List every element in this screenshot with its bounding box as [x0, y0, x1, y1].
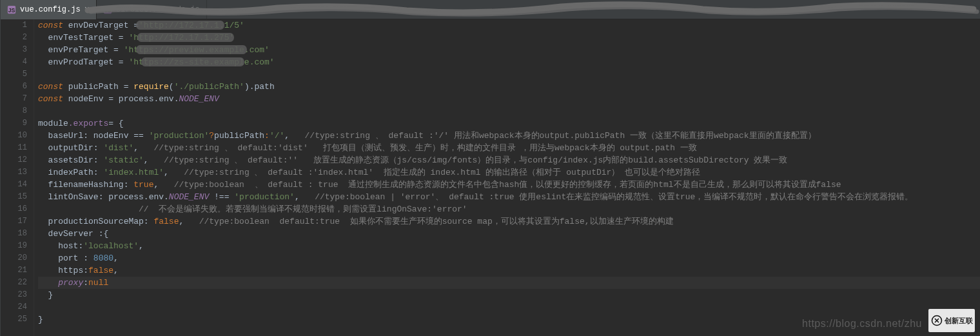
code-line: filenameHashing: true, //type:boolean 、 … [38, 179, 980, 191]
line-number: 24 [1, 301, 27, 313]
redaction-scribble [84, 0, 980, 19]
line-number: 19 [1, 240, 27, 252]
code-line: lintOnSave: process.env.NODE_ENV !== 'pr… [38, 191, 980, 203]
line-number: 9 [1, 117, 27, 130]
line-number: 20 [1, 252, 27, 264]
line-number: 14 [1, 179, 27, 191]
code-line: envPreTarget = 'https://preview.example.… [38, 44, 980, 56]
line-number: 18 [1, 228, 27, 240]
code-line: baseUrl: nodeEnv == 'production'?publicP… [38, 130, 980, 142]
js-file-icon: JS [103, 5, 112, 14]
code-line: assetsDir: 'static', //type:string 、 def… [38, 154, 980, 166]
line-number: 13 [1, 166, 27, 179]
code-line: indexPath: 'index.html', //type:string 、… [38, 166, 980, 179]
line-number: 16 [1, 203, 27, 215]
line-number: 12 [1, 154, 27, 166]
line-number: 22 [1, 277, 27, 289]
line-number: 2 [1, 32, 27, 44]
tab-bar: JS vue.config.js × JS circleOfFriends.js [1, 0, 980, 19]
code-line [38, 301, 980, 313]
code-line: https:false, [38, 264, 980, 277]
code-line [38, 105, 980, 117]
editor-window: JS vue.config.js × JS circleOfFriends.js… [0, 0, 980, 336]
line-number: 23 [1, 289, 27, 301]
code-line-current: proxy:null [38, 277, 980, 289]
tab-vue-config[interactable]: JS vue.config.js × [1, 0, 97, 19]
line-number: 1 [1, 19, 27, 32]
code-content[interactable]: const envDevTarget ='http://172.17.1.1/5… [34, 19, 980, 336]
code-editor[interactable]: 1 2 3 4 5 6 7 8 9 10 11 12 13 14 15 16 1… [1, 19, 980, 336]
code-line: productionSourceMap: false, //type:boole… [38, 215, 980, 228]
js-file-icon: JS [7, 5, 16, 14]
logo-text: 创新互联 [945, 316, 973, 326]
line-number: 11 [1, 142, 27, 154]
svg-text:JS: JS [8, 6, 15, 13]
line-number: 3 [1, 44, 27, 56]
code-line: } [38, 289, 980, 301]
logo-icon [931, 315, 943, 326]
code-line [38, 68, 980, 81]
line-number: 7 [1, 93, 27, 105]
line-number: 6 [1, 81, 27, 93]
svg-text:JS: JS [104, 6, 112, 13]
code-line: const publicPath = require('./publicPath… [38, 81, 980, 93]
line-number: 10 [1, 130, 27, 142]
line-gutter: 1 2 3 4 5 6 7 8 9 10 11 12 13 14 15 16 1… [1, 19, 34, 336]
code-line: envTestTarget = 'http://172.17.1.275' [38, 32, 980, 44]
code-line: // 不会是编译失败。若要强制当编译不规范时报错，则需设置lingOnSave:… [38, 203, 980, 215]
line-number: 8 [1, 105, 27, 117]
code-line: envProdTarget = 'https://zs-site.example… [38, 56, 980, 68]
close-icon[interactable]: × [84, 5, 90, 15]
line-number: 17 [1, 215, 27, 228]
line-number: 4 [1, 56, 27, 68]
line-number: 25 [1, 313, 27, 326]
code-line: devServer :{ [38, 228, 980, 240]
code-line: host:'localhost', [38, 240, 980, 252]
code-line: const nodeEnv = process.env.NODE_ENV [38, 93, 980, 105]
code-line: const envDevTarget ='http://172.17.1.1/5… [38, 19, 980, 32]
line-number: 15 [1, 191, 27, 203]
code-line: port : 8080, [38, 252, 980, 264]
tab-label: circleOfFriends.js [116, 5, 200, 14]
line-number: 5 [1, 68, 27, 81]
code-line: outputDir: 'dist', //type:string 、 defau… [38, 142, 980, 154]
line-number: 21 [1, 264, 27, 277]
tab-circle-friends[interactable]: JS circleOfFriends.js [97, 0, 207, 19]
tab-label: vue.config.js [20, 5, 81, 14]
code-line: module.exports= { [38, 117, 980, 130]
watermark-url: https://blog.csdn.net/zhu [802, 318, 922, 330]
logo-badge: 创新互联 [928, 309, 975, 332]
